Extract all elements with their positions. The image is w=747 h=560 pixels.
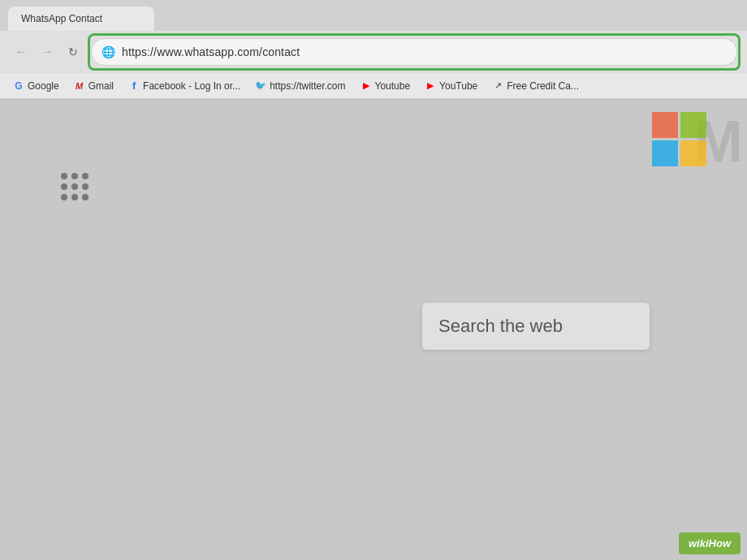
tab-bar: WhatsApp Contact — [0, 0, 747, 31]
bookmark-google-label: Google — [28, 80, 59, 92]
toolbar: ← → ↻ 🌐 https://www.whatsapp.com/contact — [0, 31, 747, 73]
grid-dot — [71, 194, 78, 200]
back-button[interactable]: ← — [10, 41, 32, 63]
browser-chrome: WhatsApp Contact ← → ↻ 🌐 https://www.wha… — [0, 0, 747, 100]
ms-sq-yellow — [680, 140, 706, 166]
ms-logo-area: M — [585, 100, 747, 181]
grid-dot — [71, 173, 78, 179]
bookmark-youtube-label: YouTube — [439, 80, 477, 92]
bookmark-gmail[interactable]: M Gmail — [67, 78, 120, 94]
ms-sq-red — [652, 112, 678, 138]
bookmark-credit-label: Free Credit Ca... — [507, 80, 579, 92]
grid-dot — [71, 183, 78, 190]
bookmark-twitter-label: https://twitter.com — [270, 80, 345, 92]
bookmark-youtube[interactable]: ▶ YouTube — [418, 78, 484, 94]
bookmark-twitter[interactable]: 🐦 https://twitter.com — [248, 78, 352, 94]
bookmark-youtube-text-label: Youtube — [375, 80, 411, 92]
youtube-text-icon: ▶ — [361, 80, 372, 92]
wikihow-label: wikiHow — [689, 537, 731, 549]
ms-sq-blue — [652, 140, 678, 166]
facebook-icon: f — [128, 80, 140, 92]
bookmark-google[interactable]: G Google — [6, 78, 66, 94]
globe-icon: 🌐 — [101, 45, 115, 58]
twitter-icon: 🐦 — [255, 80, 266, 92]
forward-icon: → — [41, 45, 54, 59]
back-icon: ← — [15, 45, 28, 59]
reload-button[interactable]: ↻ — [62, 41, 84, 63]
app-grid-icon[interactable] — [61, 173, 89, 200]
grid-dot — [61, 183, 67, 190]
address-bar-wrapper: 🌐 https://www.whatsapp.com/contact — [91, 38, 737, 66]
tab-label: WhatsApp Contact — [21, 13, 102, 24]
bookmark-facebook-label: Facebook - Log In or... — [143, 80, 240, 92]
credit-icon: ↗ — [492, 80, 503, 92]
bookmarks-bar: G Google M Gmail f Facebook - Log In or.… — [0, 73, 747, 99]
active-tab[interactable]: WhatsApp Contact — [8, 6, 154, 31]
nav-buttons: ← → ↻ — [10, 41, 84, 63]
google-icon: G — [13, 80, 24, 92]
forward-button[interactable]: → — [36, 41, 58, 63]
search-text: Search the web — [438, 316, 563, 337]
ms-sq-green — [680, 112, 706, 138]
search-box[interactable]: Search the web — [422, 303, 650, 350]
address-bar[interactable]: 🌐 https://www.whatsapp.com/contact — [91, 38, 737, 66]
grid-dot — [82, 183, 89, 190]
url-text: https://www.whatsapp.com/contact — [122, 45, 300, 58]
bookmark-youtube-text[interactable]: ▶ Youtube — [354, 78, 417, 94]
grid-dot — [82, 173, 89, 179]
page-content: M Search the web wikiHow — [0, 100, 747, 560]
bookmark-facebook[interactable]: f Facebook - Log In or... — [122, 78, 247, 94]
ms-squares — [652, 112, 706, 166]
bookmark-gmail-label: Gmail — [89, 80, 114, 92]
youtube-icon: ▶ — [425, 80, 436, 92]
grid-dot — [61, 173, 67, 179]
bookmark-credit[interactable]: ↗ Free Credit Ca... — [486, 78, 585, 94]
grid-dot — [61, 194, 67, 200]
reload-icon: ↻ — [68, 45, 78, 58]
wikihow-badge: wikiHow — [679, 532, 741, 554]
grid-dot — [82, 194, 89, 200]
gmail-icon: M — [74, 80, 85, 92]
